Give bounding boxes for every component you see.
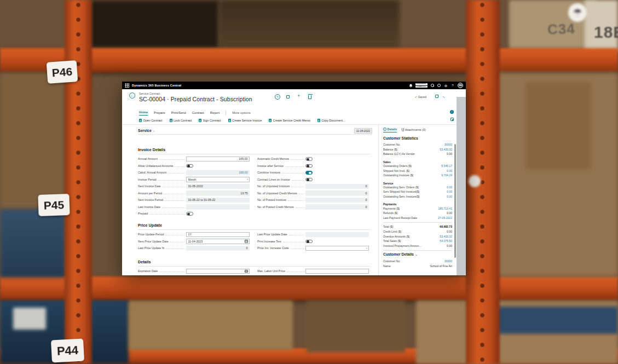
section-title[interactable]: Invoice Details — [138, 147, 371, 154]
command-create-service-credit-memo[interactable]: Create Service Credit Memo — [269, 119, 310, 122]
section-price-update: Price Update Price Update Period1YNext P… — [138, 223, 371, 252]
field-row: Last Invoice Date — [138, 204, 251, 211]
command-sign-contract[interactable]: Sign Contract — [199, 119, 221, 122]
field-label-expiration-date: Expiration Date — [138, 269, 186, 273]
bell-icon[interactable] — [409, 84, 413, 88]
rack-hole-plug — [469, 175, 481, 187]
stat-value-shipped-not-invd[interactable]: 0.00 — [447, 169, 452, 172]
popout-icon[interactable] — [435, 95, 438, 98]
toggle-prepaid[interactable] — [186, 212, 193, 216]
field-last-invoice-date — [186, 204, 250, 210]
settings-gear-icon[interactable]: ⚙ — [444, 84, 448, 88]
service-section-header[interactable]: Service › 11-04-2022 — [138, 127, 372, 135]
input-price-inv-increase-code[interactable]: › — [305, 246, 369, 251]
field-amount-per-period: 13.75 — [186, 190, 250, 196]
stat-value-serv-shipped-not-invoiced[interactable]: 0.00 — [447, 190, 452, 193]
stat-value-outstanding-serv-invoices[interactable]: 0.00 — [447, 195, 452, 198]
service-date-field[interactable]: 11-04-2022 — [354, 128, 372, 134]
field-row: Combine Invoices — [257, 169, 371, 176]
card-main-area: Service › 11-04-2022 Invoice Details Ann… — [122, 124, 378, 275]
input-expiration-date[interactable] — [186, 269, 250, 274]
field-label-amount-per-period: Amount per Period — [138, 192, 186, 195]
field-label-annual-amount: Annual Amount — [138, 157, 186, 160]
toggle-combine-invoices[interactable] — [305, 171, 313, 175]
photo-box — [525, 82, 591, 170]
waffle-menu-icon[interactable] — [125, 83, 129, 88]
input-price-update-period[interactable]: 1Y — [186, 232, 250, 238]
attachments-pane-icon[interactable] — [450, 118, 454, 121]
plus-icon[interactable]: + — [297, 93, 300, 99]
more-options[interactable]: More options — [232, 111, 251, 116]
toggle-print-increase-text[interactable] — [305, 240, 313, 244]
rack-beam — [0, 276, 618, 301]
calendar-icon[interactable] — [245, 270, 248, 273]
input-max-labor-unit-price[interactable] — [305, 269, 369, 274]
stat-value-payments[interactable]: 185,713.41 — [438, 207, 453, 210]
rack-upright-holes — [74, 0, 82, 364]
input-annual-amount[interactable]: 165.00 — [186, 157, 250, 162]
toggle-invoice-after-service[interactable] — [305, 164, 313, 168]
input-invoice-period[interactable]: Month› — [186, 177, 250, 182]
details-pane-icon[interactable]: i — [450, 110, 454, 114]
stat-value-customer-no[interactable]: 30000 — [444, 143, 452, 146]
command-create-service-invoice[interactable]: Create Service Invoice — [228, 119, 262, 122]
tab-prepare[interactable]: Prepare — [154, 111, 165, 116]
field-row: Prepaid — [138, 210, 251, 217]
command-open-contract[interactable]: Open Contract — [139, 119, 163, 122]
stat-value-balance[interactable]: 53,433.32 — [440, 148, 452, 151]
toggle-contract-lines-on-invoice[interactable] — [305, 178, 313, 182]
field-no-of-posted-invoices: 0 — [305, 198, 369, 203]
tab-report[interactable]: Report — [210, 111, 220, 116]
field-label-invoice-period: Invoice Period — [138, 178, 186, 181]
stat-row-overdue-amounts: Overdue Amounts ($)53,433.32 — [383, 234, 452, 239]
calendar-icon[interactable] — [245, 240, 248, 243]
create-service-credit-memo-icon — [269, 119, 272, 122]
stat-value-customer-no[interactable]: 30000 — [444, 259, 452, 263]
section-title[interactable]: Details — [138, 259, 371, 267]
help-circle-icon[interactable] — [437, 84, 441, 88]
photo-box — [307, 301, 405, 353]
field-label-invoice-after-service: Invoice after Service — [257, 164, 305, 167]
factbox-scrollbar[interactable] — [454, 144, 456, 258]
stat-value-outstanding-orders[interactable]: 5,545.17 — [441, 164, 452, 167]
top-navigation-bar: Dynamics 365 Business Central Environmen… — [122, 82, 466, 89]
customer-statistics-list: Customer No.30000Balance ($)53,433.32Bal… — [383, 142, 452, 248]
environment-badge[interactable]: Environment October2022 — [415, 83, 427, 88]
tab-home[interactable]: Home — [139, 111, 148, 116]
trash-icon[interactable] — [308, 95, 311, 99]
edit-pencil-icon[interactable]: ✎ — [275, 94, 280, 100]
command-lock-contract[interactable]: Lock Contract — [170, 119, 192, 122]
stat-value-outstanding-invoices[interactable]: 9,704.24 — [441, 174, 452, 177]
back-arrow-icon[interactable]: ← — [129, 93, 135, 99]
open-contract-icon — [139, 119, 142, 122]
command-copy-document[interactable]: Copy Document... — [317, 119, 345, 122]
field-no-of-unposted-credit-memos: 0 — [305, 190, 369, 196]
app-title[interactable]: Dynamics 365 Business Central — [132, 84, 181, 87]
stat-row-total-sales: Total Sales ($)54,075.50 — [383, 239, 452, 244]
toggle-allow-unbalanced-amounts[interactable] — [186, 164, 193, 168]
customer-details-title[interactable]: Customer Details ⌄ — [383, 252, 452, 257]
search-icon[interactable] — [430, 84, 434, 88]
avatar[interactable]: MA — [458, 83, 463, 88]
breadcrumb[interactable]: Service Contract — [139, 92, 160, 95]
stat-value-outstanding-serv-orders[interactable]: 0.00 — [447, 186, 452, 189]
stat-value-total-sales[interactable]: 54,075.50 — [440, 239, 452, 242]
field-next-invoice-period: 01-05-22 to 31-05-22 — [186, 198, 250, 203]
tab-attachments[interactable]: Attachments (0) — [402, 128, 426, 132]
stat-value-overdue-amounts[interactable]: 53,433.32 — [440, 235, 452, 238]
factbox-subhead-payments: Payments — [383, 201, 452, 206]
input-next-price-update-date[interactable]: 11-04-2023 — [186, 239, 250, 244]
field-row: Contract Lines on Invoice — [257, 176, 371, 183]
chevron-down-icon: › — [246, 179, 249, 180]
help-icon[interactable]: ? — [451, 84, 455, 88]
expand-icon[interactable]: ↔ — [442, 94, 447, 100]
toggle-automatic-credit-memos[interactable] — [305, 157, 313, 161]
field-row: Calcd. Annual Amount165.00 — [138, 169, 251, 176]
share-icon[interactable] — [286, 95, 290, 99]
tab-contract[interactable]: Contract — [192, 111, 204, 116]
stat-row-outstanding-invoices: Outstanding Invoices ($)9,704.24 — [383, 173, 452, 178]
stat-value-last-payment-receipt-date[interactable]: 27-05-2022 — [438, 216, 452, 219]
section-title[interactable]: Price Update — [138, 223, 371, 230]
tab-print-send[interactable]: Print/Send — [171, 111, 186, 116]
tab-details[interactable]: i Details — [383, 128, 397, 132]
